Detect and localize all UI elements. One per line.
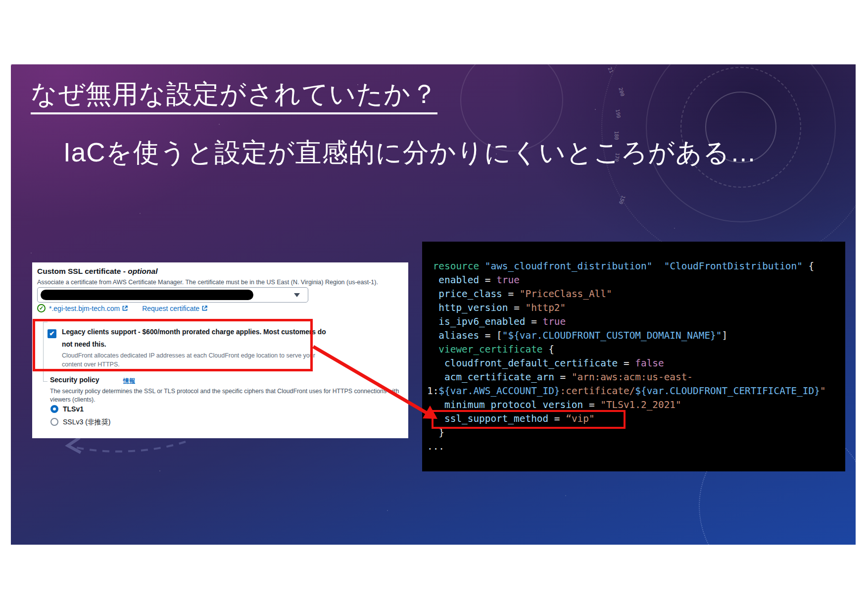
dial-number: 21 — [607, 66, 614, 74]
redacted-certificate-value — [41, 290, 253, 300]
slide-subtitle: IaCを使うと設定が直感的に分かりにくいところがある… — [63, 135, 757, 171]
security-policy-description: The security policy determines the SSL o… — [50, 388, 399, 395]
certificate-domain-link[interactable]: *.egi-test.bjm-tech.com — [49, 305, 128, 312]
security-policy-title: Security policy — [50, 376, 99, 384]
radio-sslv3[interactable] — [50, 418, 58, 426]
request-certificate-text: Request certificate — [142, 305, 199, 312]
slide-title: なぜ無用な設定がされていたか？ — [31, 79, 437, 114]
radio-tlsv1-label: TLSv1 — [63, 405, 84, 413]
external-link-icon — [122, 305, 128, 311]
highlight-box-ssl-support-method — [432, 410, 626, 429]
request-certificate-link[interactable]: Request certificate — [142, 305, 208, 312]
section-title-optional: optional — [128, 267, 157, 275]
radio-tlsv1[interactable] — [50, 405, 58, 413]
certificate-domain-text: *.egi-test.bjm-tech.com — [49, 305, 120, 312]
section-description: Associate a certificate from AWS Certifi… — [37, 279, 378, 286]
security-policy-description-2: viewers (clients). — [50, 396, 96, 403]
dial-number: 190 — [615, 109, 621, 118]
indent-guide-tick — [43, 381, 48, 382]
radio-sslv3-label: SSLv3 (非推奨) — [63, 418, 110, 427]
certificate-select[interactable] — [37, 287, 308, 303]
terraform-code-panel: resource "aws_cloudfront_distribution" "… — [422, 242, 845, 471]
screenshot-page: 21200190180170150 なぜ無用な設定がされていたか？ IaCを使う… — [0, 0, 868, 614]
section-title: Custom SSL certificate - optional — [37, 267, 157, 276]
external-link-icon — [201, 305, 208, 311]
slide-title-text: なぜ無用な設定がされていたか？ — [31, 79, 437, 108]
section-title-main: Custom SSL certificate - — [37, 267, 128, 275]
dial-number: 200 — [618, 87, 625, 97]
chevron-down-icon — [294, 293, 300, 297]
certificate-links-row: ✓ *.egi-test.bjm-tech.com Request certif… — [37, 304, 208, 312]
check-circle-icon: ✓ — [37, 304, 46, 312]
highlight-box-legacy-clients — [33, 319, 313, 371]
star-dots-decoration — [11, 64, 12, 65]
presentation-slide: 21200190180170150 なぜ無用な設定がされていたか？ IaCを使う… — [11, 64, 856, 545]
dial-number: 150 — [618, 195, 627, 205]
security-policy-info-link[interactable]: 情報 — [123, 377, 135, 385]
